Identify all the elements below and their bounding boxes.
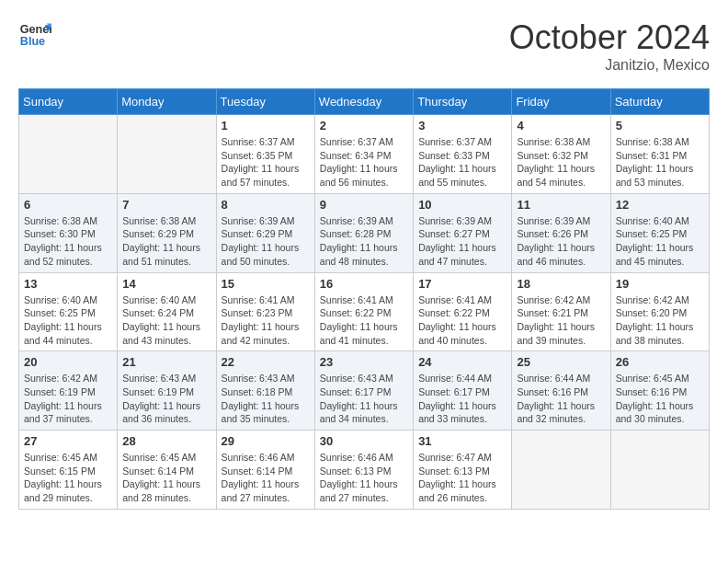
day-number: 13 [24,277,112,291]
day-of-week-header: Monday [118,89,216,115]
calendar-cell: 3Sunrise: 6:37 AMSunset: 6:33 PMDaylight… [414,115,512,194]
calendar-cell: 29Sunrise: 6:46 AMSunset: 6:14 PMDayligh… [216,431,314,510]
calendar-cell: 27Sunrise: 6:45 AMSunset: 6:15 PMDayligh… [19,431,118,510]
day-info: Sunrise: 6:42 AMSunset: 6:21 PMDaylight:… [517,293,605,348]
day-info: Sunrise: 6:38 AMSunset: 6:32 PMDaylight:… [517,135,605,190]
day-info: Sunrise: 6:42 AMSunset: 6:20 PMDaylight:… [616,293,704,348]
day-info: Sunrise: 6:41 AMSunset: 6:23 PMDaylight:… [222,293,310,348]
day-of-week-header: Saturday [610,89,709,115]
day-number: 26 [616,355,704,369]
day-number: 4 [517,119,605,132]
calendar-cell: 28Sunrise: 6:45 AMSunset: 6:14 PMDayligh… [118,431,216,510]
day-info: Sunrise: 6:39 AMSunset: 6:29 PMDaylight:… [222,214,310,269]
calendar-cell [610,431,709,510]
calendar-cell: 8Sunrise: 6:39 AMSunset: 6:29 PMDaylight… [216,193,314,272]
day-of-week-header: Sunday [19,89,118,115]
day-number: 7 [122,198,210,212]
calendar-cell: 24Sunrise: 6:44 AMSunset: 6:17 PMDayligh… [414,351,512,431]
calendar-cell: 19Sunrise: 6:42 AMSunset: 6:20 PMDayligh… [610,272,709,351]
day-number: 27 [24,434,112,448]
day-info: Sunrise: 6:40 AMSunset: 6:24 PMDaylight:… [122,293,210,348]
day-number: 25 [517,355,605,369]
day-info: Sunrise: 6:44 AMSunset: 6:16 PMDaylight:… [517,372,605,426]
day-info: Sunrise: 6:39 AMSunset: 6:28 PMDaylight:… [320,214,408,269]
calendar-cell [118,115,216,194]
day-info: Sunrise: 6:37 AMSunset: 6:34 PMDaylight:… [320,135,408,190]
day-number: 18 [517,277,605,291]
title-block: October 2024 Janitzio, Mexico [509,18,710,74]
day-number: 31 [418,434,506,448]
day-number: 12 [616,198,704,212]
calendar-cell: 4Sunrise: 6:38 AMSunset: 6:32 PMDaylight… [512,115,610,194]
day-number: 2 [320,119,408,132]
calendar-cell: 10Sunrise: 6:39 AMSunset: 6:27 PMDayligh… [414,193,512,272]
day-number: 16 [320,277,408,291]
calendar-cell: 5Sunrise: 6:38 AMSunset: 6:31 PMDaylight… [610,115,709,194]
day-number: 1 [222,119,310,132]
day-info: Sunrise: 6:40 AMSunset: 6:25 PMDaylight:… [616,214,704,269]
day-number: 28 [122,434,210,448]
calendar-cell: 21Sunrise: 6:43 AMSunset: 6:19 PMDayligh… [118,351,216,431]
day-number: 21 [122,355,210,369]
day-number: 5 [616,119,704,132]
day-number: 9 [320,198,408,212]
day-number: 22 [222,355,310,369]
day-number: 19 [616,277,704,291]
day-info: Sunrise: 6:38 AMSunset: 6:29 PMDaylight:… [122,214,210,269]
day-of-week-header: Friday [512,89,610,115]
day-info: Sunrise: 6:47 AMSunset: 6:13 PMDaylight:… [418,451,506,505]
day-number: 10 [418,198,506,212]
day-info: Sunrise: 6:45 AMSunset: 6:16 PMDaylight:… [616,372,704,426]
month-title: October 2024 [509,18,710,57]
calendar-cell: 25Sunrise: 6:44 AMSunset: 6:16 PMDayligh… [512,351,610,431]
day-info: Sunrise: 6:38 AMSunset: 6:30 PMDaylight:… [24,214,112,269]
logo-icon: General Blue [18,18,51,52]
day-number: 17 [418,277,506,291]
day-number: 11 [517,198,605,212]
day-number: 15 [222,277,310,291]
calendar-cell: 6Sunrise: 6:38 AMSunset: 6:30 PMDaylight… [19,193,118,272]
day-info: Sunrise: 6:39 AMSunset: 6:26 PMDaylight:… [517,214,605,269]
day-number: 23 [320,355,408,369]
day-of-week-header: Tuesday [216,89,314,115]
calendar-cell: 20Sunrise: 6:42 AMSunset: 6:19 PMDayligh… [19,351,118,431]
page-header: General Blue October 2024 Janitzio, Mexi… [18,18,710,74]
calendar-cell: 7Sunrise: 6:38 AMSunset: 6:29 PMDaylight… [118,193,216,272]
calendar-cell: 1Sunrise: 6:37 AMSunset: 6:35 PMDaylight… [216,115,314,194]
calendar-cell: 11Sunrise: 6:39 AMSunset: 6:26 PMDayligh… [512,193,610,272]
day-info: Sunrise: 6:38 AMSunset: 6:31 PMDaylight:… [616,135,704,190]
day-number: 14 [122,277,210,291]
day-info: Sunrise: 6:45 AMSunset: 6:14 PMDaylight:… [122,451,210,505]
calendar-cell: 22Sunrise: 6:43 AMSunset: 6:18 PMDayligh… [216,351,314,431]
day-info: Sunrise: 6:42 AMSunset: 6:19 PMDaylight:… [24,372,112,426]
logo: General Blue [18,18,51,52]
day-info: Sunrise: 6:41 AMSunset: 6:22 PMDaylight:… [418,293,506,348]
day-of-week-header: Thursday [414,89,512,115]
day-info: Sunrise: 6:46 AMSunset: 6:13 PMDaylight:… [320,451,408,505]
calendar-cell: 17Sunrise: 6:41 AMSunset: 6:22 PMDayligh… [414,272,512,351]
calendar-cell: 13Sunrise: 6:40 AMSunset: 6:25 PMDayligh… [19,272,118,351]
day-number: 24 [418,355,506,369]
day-number: 30 [320,434,408,448]
day-info: Sunrise: 6:37 AMSunset: 6:33 PMDaylight:… [418,135,506,190]
day-info: Sunrise: 6:46 AMSunset: 6:14 PMDaylight:… [222,451,310,505]
calendar-cell: 12Sunrise: 6:40 AMSunset: 6:25 PMDayligh… [610,193,709,272]
day-info: Sunrise: 6:43 AMSunset: 6:18 PMDaylight:… [222,372,310,426]
day-number: 8 [222,198,310,212]
day-info: Sunrise: 6:43 AMSunset: 6:17 PMDaylight:… [320,372,408,426]
calendar-cell: 15Sunrise: 6:41 AMSunset: 6:23 PMDayligh… [216,272,314,351]
calendar-cell: 18Sunrise: 6:42 AMSunset: 6:21 PMDayligh… [512,272,610,351]
day-of-week-header: Wednesday [314,89,413,115]
day-info: Sunrise: 6:41 AMSunset: 6:22 PMDaylight:… [320,293,408,348]
day-info: Sunrise: 6:43 AMSunset: 6:19 PMDaylight:… [122,372,210,426]
calendar-cell [512,431,610,510]
day-info: Sunrise: 6:37 AMSunset: 6:35 PMDaylight:… [222,135,310,190]
calendar-cell: 2Sunrise: 6:37 AMSunset: 6:34 PMDaylight… [314,115,413,194]
svg-text:Blue: Blue [20,35,45,48]
day-number: 29 [222,434,310,448]
day-number: 20 [24,355,112,369]
calendar-cell: 9Sunrise: 6:39 AMSunset: 6:28 PMDaylight… [314,193,413,272]
day-number: 3 [418,119,506,132]
calendar-table: SundayMondayTuesdayWednesdayThursdayFrid… [18,88,710,510]
day-number: 6 [24,198,112,212]
